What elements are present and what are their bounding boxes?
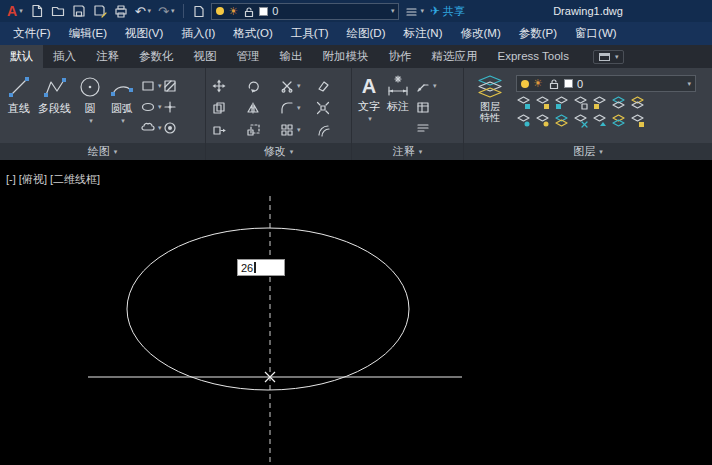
menu-modify[interactable]: 修改(M) bbox=[451, 22, 509, 45]
ribbon-tab-annotate[interactable]: 注释 bbox=[86, 45, 129, 68]
ribbon-tab-collaborate[interactable]: 协作 bbox=[379, 45, 422, 68]
title-bar: A ↶ ↷ ☀ 0 ✈ 共享 Drawing1.dwg bbox=[0, 0, 712, 22]
rotate-tool-icon[interactable] bbox=[246, 79, 260, 93]
vp-control-minimize[interactable]: [-] bbox=[6, 173, 16, 185]
ribbon-display-toggle[interactable] bbox=[593, 50, 625, 64]
ribbon-tab-insert[interactable]: 插入 bbox=[43, 45, 86, 68]
trim-tool-icon[interactable] bbox=[280, 79, 294, 93]
share-button[interactable]: ✈ 共享 bbox=[430, 4, 465, 19]
toolbar-separator bbox=[183, 4, 184, 18]
mirror-tool-icon[interactable] bbox=[246, 101, 260, 115]
qat-customize-button[interactable] bbox=[404, 2, 425, 20]
text-tool-button[interactable]: A 文字 bbox=[358, 71, 380, 143]
menu-edit[interactable]: 编辑(E) bbox=[60, 22, 116, 45]
copy-tool-icon[interactable] bbox=[212, 101, 226, 115]
ribbon-tab-view[interactable]: 视图 bbox=[184, 45, 227, 68]
ribbon-panel-annotate: A 文字 标注 注释 bbox=[352, 68, 464, 160]
layer-dropdown[interactable]: ☀ 0 bbox=[516, 75, 696, 92]
scale-tool-icon[interactable] bbox=[246, 123, 260, 137]
dimension-tool-button[interactable]: 标注 bbox=[386, 71, 410, 143]
open-button[interactable] bbox=[50, 2, 66, 20]
point-tool-icon[interactable] bbox=[163, 100, 177, 114]
explode-tool-icon[interactable] bbox=[316, 101, 330, 115]
vp-control-view-top[interactable]: [俯视] bbox=[19, 173, 47, 185]
table-tool-icon[interactable] bbox=[416, 100, 430, 114]
layer-delete-tool-icon[interactable] bbox=[573, 113, 588, 128]
drawing-canvas[interactable]: [-] [俯视] [二维线框] 26 bbox=[0, 160, 712, 465]
menu-tools[interactable]: 工具(T) bbox=[282, 22, 338, 45]
menu-view[interactable]: 视图(V) bbox=[116, 22, 172, 45]
line-tool-button[interactable]: 直线 bbox=[6, 71, 32, 143]
quick-layer-value: 0 bbox=[272, 5, 278, 17]
ribbon-tab-output[interactable]: 输出 bbox=[270, 45, 313, 68]
layer-state-tool-icon[interactable] bbox=[630, 113, 645, 128]
array-tool-icon[interactable] bbox=[280, 123, 294, 137]
menu-draw[interactable]: 绘图(D) bbox=[338, 22, 395, 45]
layer-off-tool-icon[interactable] bbox=[516, 95, 531, 110]
save-as-button[interactable] bbox=[92, 2, 108, 20]
offset-tool-icon[interactable] bbox=[316, 123, 330, 137]
ribbon-tab-express-tools[interactable]: Express Tools bbox=[488, 45, 579, 68]
modify-panel-label[interactable]: 修改 bbox=[206, 143, 351, 160]
drawing-viewport[interactable] bbox=[0, 160, 712, 465]
text-lines-tool-icon[interactable] bbox=[416, 121, 430, 135]
sheet-button[interactable] bbox=[192, 2, 206, 20]
polyline-tool-button[interactable]: 多段线 bbox=[38, 71, 71, 143]
layer-match-tool-icon[interactable] bbox=[611, 95, 626, 110]
donut-tool-icon[interactable] bbox=[163, 121, 177, 135]
annotate-panel-label[interactable]: 注释 bbox=[352, 143, 463, 160]
layer-properties-button[interactable]: 图层特性 bbox=[470, 71, 510, 143]
plot-button[interactable] bbox=[113, 2, 129, 20]
leader-tool-icon[interactable] bbox=[416, 79, 430, 93]
layer-properties-icon bbox=[477, 74, 503, 100]
erase-tool-icon[interactable] bbox=[316, 79, 330, 93]
layer-isolate-tool-icon[interactable] bbox=[535, 95, 550, 110]
ribbon-tab-featured-apps[interactable]: 精选应用 bbox=[422, 45, 488, 68]
ellipse-tool-icon[interactable] bbox=[141, 100, 155, 114]
menu-dimension[interactable]: 标注(N) bbox=[395, 22, 452, 45]
menu-file[interactable]: 文件(F) bbox=[4, 22, 60, 45]
layer-change-tool-icon[interactable] bbox=[592, 113, 607, 128]
layer-copy-tool-icon[interactable] bbox=[611, 113, 626, 128]
panel-layout-icon bbox=[599, 53, 610, 61]
app-menu-button[interactable]: A bbox=[6, 2, 24, 20]
ellipse-entity[interactable] bbox=[127, 228, 409, 390]
hatch-tool-icon[interactable] bbox=[163, 79, 177, 93]
new-doc-icon bbox=[30, 4, 44, 18]
arc-tool-button[interactable]: 圆弧 bbox=[109, 71, 135, 143]
menu-insert[interactable]: 插入(I) bbox=[172, 22, 224, 45]
ribbon-tab-parametric[interactable]: 参数化 bbox=[129, 45, 184, 68]
layer-walk-tool-icon[interactable] bbox=[516, 113, 531, 128]
redo-button[interactable]: ↷ bbox=[157, 2, 175, 20]
layer-vpfreeze-tool-icon[interactable] bbox=[535, 113, 550, 128]
layers-panel-label[interactable]: 图层 bbox=[464, 143, 712, 160]
layer-lock-tool-icon[interactable] bbox=[573, 95, 588, 110]
revision-cloud-tool-icon[interactable] bbox=[141, 121, 155, 135]
rectangle-tool-icon[interactable] bbox=[141, 79, 155, 93]
layer-merge-tool-icon[interactable] bbox=[554, 113, 569, 128]
text-caret bbox=[254, 262, 256, 273]
ribbon-tab-addins[interactable]: 附加模块 bbox=[313, 45, 379, 68]
save-button[interactable] bbox=[71, 2, 87, 20]
layer-unlock-tool-icon[interactable] bbox=[592, 95, 607, 110]
undo-button[interactable]: ↶ bbox=[134, 2, 152, 20]
menu-parametric[interactable]: 参数(P) bbox=[510, 22, 566, 45]
draw-panel-label[interactable]: 绘图 bbox=[0, 143, 205, 160]
stack-icon bbox=[405, 5, 418, 18]
move-tool-icon[interactable] bbox=[212, 79, 226, 93]
layer-freeze-tool-icon[interactable] bbox=[554, 95, 569, 110]
layer-thaw-sun-icon: ☀ bbox=[228, 6, 238, 17]
quick-layer-dropdown[interactable]: ☀ 0 bbox=[211, 3, 399, 20]
layer-prev-tool-icon[interactable] bbox=[630, 95, 645, 110]
ribbon-tab-home[interactable]: 默认 bbox=[0, 45, 43, 68]
layer-combo-value: 0 bbox=[577, 78, 583, 90]
vp-control-visual-style[interactable]: [二维线框] bbox=[50, 173, 100, 185]
menu-format[interactable]: 格式(O) bbox=[224, 22, 282, 45]
ribbon-tab-manage[interactable]: 管理 bbox=[227, 45, 270, 68]
circle-tool-button[interactable]: 圆 bbox=[77, 71, 103, 143]
menu-window[interactable]: 窗口(W) bbox=[566, 22, 626, 45]
new-button[interactable] bbox=[29, 2, 45, 20]
stretch-tool-icon[interactable] bbox=[212, 123, 226, 137]
dynamic-input-field[interactable]: 26 bbox=[237, 259, 285, 276]
fillet-tool-icon[interactable] bbox=[280, 101, 294, 115]
